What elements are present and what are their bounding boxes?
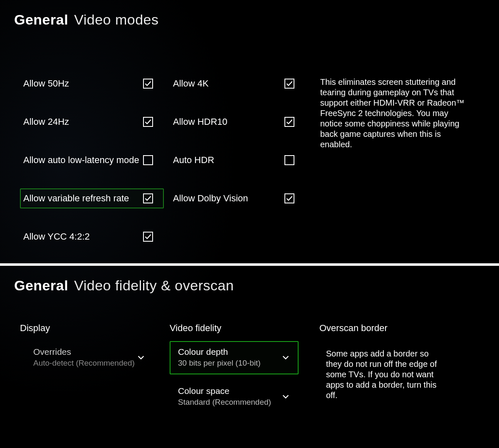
colour-space-value: Standard (Recommended) bbox=[178, 398, 271, 407]
checkbox-label: Allow HDR10 bbox=[173, 116, 227, 127]
checkbox-label: Allow 24Hz bbox=[23, 116, 69, 127]
colour-depth-dropdown[interactable]: Colour depth 30 bits per pixel (10-bit) bbox=[170, 341, 299, 374]
video-fidelity-section: Video fidelity Colour depth 30 bits per … bbox=[170, 323, 319, 419]
colour-space-dropdown[interactable]: Colour space Standard (Recommended) bbox=[170, 380, 299, 413]
title-light: Video modes bbox=[74, 12, 158, 28]
checkbox-label: Auto HDR bbox=[173, 155, 214, 166]
checkbox-allow-hdr10[interactable]: Allow HDR10 bbox=[170, 112, 305, 132]
page-title: General Video fidelity & overscan bbox=[14, 277, 485, 294]
checkbox-label: Allow 50Hz bbox=[23, 78, 69, 89]
checkbox-label: Allow variable refresh rate bbox=[23, 193, 129, 204]
options-column-2: Allow 4KAllow HDR10Auto HDRAllow Dolby V… bbox=[164, 74, 305, 208]
checkbox-checked-icon bbox=[143, 79, 153, 89]
checkbox-label: Allow YCC 4:2:2 bbox=[23, 231, 90, 242]
checkbox-checked-icon bbox=[284, 193, 294, 203]
checkbox-allow-ycc-4-2-2[interactable]: Allow YCC 4:2:2 bbox=[20, 227, 164, 247]
title-light: Video fidelity & overscan bbox=[74, 277, 234, 294]
overscan-section: Overscan border Some apps add a border s… bbox=[319, 323, 485, 401]
checkbox-allow-variable-refresh-rate[interactable]: Allow variable refresh rate bbox=[20, 188, 164, 208]
checkbox-allow-4k[interactable]: Allow 4K bbox=[170, 74, 305, 94]
overrides-value: Auto-detect (Recommended) bbox=[33, 359, 135, 368]
options-column-1: Allow 50HzAllow 24HzAllow auto low-laten… bbox=[14, 74, 164, 247]
checkbox-label: Allow Dolby Vision bbox=[173, 193, 248, 204]
video-fidelity-panel: General Video fidelity & overscan Displa… bbox=[0, 266, 499, 436]
page-title: General Video modes bbox=[14, 12, 485, 28]
help-text: This eliminates screen stuttering and te… bbox=[320, 77, 470, 150]
colour-depth-label: Colour depth bbox=[178, 347, 261, 357]
checkbox-auto-hdr[interactable]: Auto HDR bbox=[170, 150, 305, 170]
colour-space-label: Colour space bbox=[178, 386, 271, 396]
checkbox-allow-auto-low-latency-mode[interactable]: Allow auto low-latency mode bbox=[20, 150, 164, 170]
video-modes-panel: General Video modes Allow 50HzAllow 24Hz… bbox=[0, 0, 499, 263]
checkbox-allow-24hz[interactable]: Allow 24Hz bbox=[20, 112, 164, 132]
checkbox-checked-icon bbox=[284, 79, 294, 89]
display-heading: Display bbox=[20, 323, 170, 334]
checkbox-label: Allow 4K bbox=[173, 78, 209, 89]
overscan-text: Some apps add a border so they do not ru… bbox=[319, 349, 444, 401]
overrides-dropdown[interactable]: Overrides Auto-detect (Recommended) bbox=[25, 341, 154, 374]
checkbox-checked-icon bbox=[284, 117, 294, 127]
colour-depth-value: 30 bits per pixel (10-bit) bbox=[178, 359, 261, 368]
checkbox-allow-dolby-vision[interactable]: Allow Dolby Vision bbox=[170, 188, 305, 208]
checkbox-checked-icon bbox=[143, 193, 153, 203]
checkbox-unchecked-icon bbox=[143, 155, 153, 165]
chevron-down-icon bbox=[136, 353, 146, 362]
checkbox-unchecked-icon bbox=[284, 155, 294, 165]
checkbox-checked-icon bbox=[143, 117, 153, 127]
video-fidelity-heading: Video fidelity bbox=[170, 323, 319, 334]
title-bold: General bbox=[14, 12, 68, 28]
help-column: This eliminates screen stuttering and te… bbox=[305, 74, 485, 150]
checkbox-allow-50hz[interactable]: Allow 50Hz bbox=[20, 74, 164, 94]
checkbox-label: Allow auto low-latency mode bbox=[23, 155, 139, 166]
chevron-down-icon bbox=[281, 353, 290, 362]
display-section: Display Overrides Auto-detect (Recommend… bbox=[20, 323, 170, 380]
overscan-heading: Overscan border bbox=[319, 323, 485, 334]
title-bold: General bbox=[14, 277, 68, 294]
chevron-down-icon bbox=[281, 392, 290, 401]
overrides-label: Overrides bbox=[33, 347, 135, 357]
checkbox-checked-icon bbox=[143, 232, 153, 242]
